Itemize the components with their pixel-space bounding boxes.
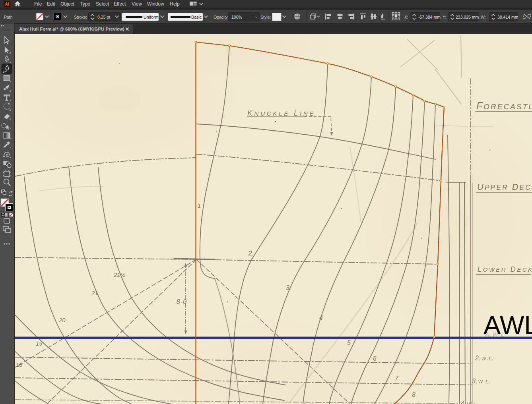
svg-text:19: 19: [36, 340, 43, 347]
svg-text:20: 20: [58, 317, 66, 323]
svg-text:8-0: 8-0: [177, 298, 187, 305]
svg-text:UPPER DECK: UPPER DECK: [477, 182, 532, 192]
svg-text:4.W.L.: 4.W.L.: [460, 400, 480, 404]
svg-text:1: 1: [198, 202, 201, 209]
svg-text:8: 8: [412, 391, 416, 398]
svg-text:3.: 3.: [286, 284, 291, 291]
svg-text:7: 7: [395, 375, 399, 382]
svg-text:KNUCKLE LINE: KNUCKLE LINE: [247, 109, 315, 117]
svg-text:AWL: AWL: [483, 311, 532, 340]
svg-text:6: 6: [373, 355, 377, 362]
svg-text:2.W.L.: 2.W.L.: [475, 355, 494, 361]
svg-text:LOWER DECK: LOWER DECK: [478, 265, 532, 273]
svg-text:18: 18: [16, 361, 23, 368]
svg-text:21½: 21½: [113, 271, 126, 278]
svg-text:21.: 21.: [91, 290, 100, 296]
svg-text:5: 5: [347, 339, 351, 346]
svg-text:2.: 2.: [248, 250, 254, 257]
svg-text:3.W.L.: 3.W.L.: [472, 378, 491, 385]
svg-text:4: 4: [319, 315, 323, 321]
